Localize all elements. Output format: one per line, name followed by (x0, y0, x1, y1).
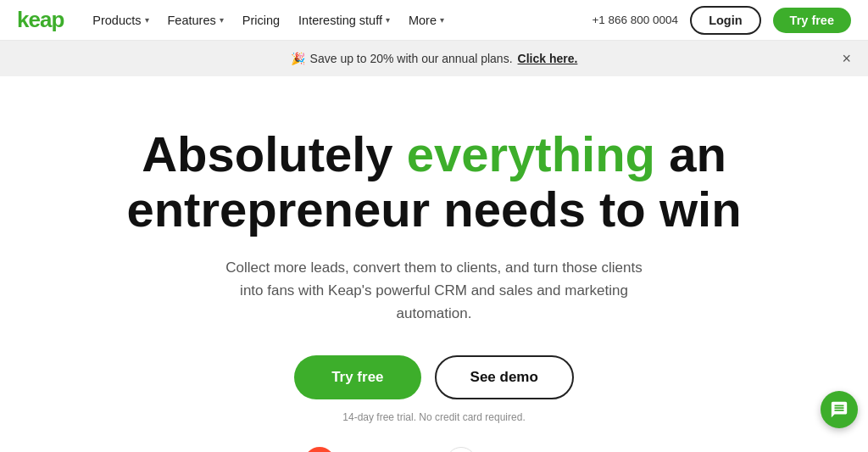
see-demo-button[interactable]: See demo (435, 355, 574, 399)
nav-interesting-stuff[interactable]: Interesting stuff ▾ (290, 0, 398, 41)
google-rating: ★ ★ ★ ★ ⯨ (446, 447, 564, 452)
navbar-right: +1 866 800 0004 Login Try free (592, 6, 851, 35)
hero-subtitle: Collect more leads, convert them to clie… (222, 256, 646, 326)
hero-title: Absolutely everything an entrepreneur ne… (112, 127, 756, 237)
banner-emoji: 🎉 (291, 52, 305, 65)
nav-more[interactable]: More ▾ (400, 0, 453, 41)
ratings-row: G2 ★ ★ ★ ★ ⯨ (304, 447, 564, 452)
navbar: keap Products ▾ Features ▾ Pricing Inter… (0, 0, 868, 41)
nav-features[interactable]: Features ▾ (159, 0, 232, 41)
banner-close-button[interactable]: × (842, 51, 851, 66)
banner-text: Save up to 20% with our annual plans. (310, 52, 513, 65)
chevron-down-icon: ▾ (386, 15, 390, 25)
chevron-down-icon: ▾ (145, 15, 149, 25)
chevron-down-icon: ▾ (220, 15, 224, 25)
nav-pricing[interactable]: Pricing (234, 0, 288, 41)
g2-rating: G2 ★ ★ ★ ★ ⯨ (304, 447, 422, 452)
try-free-hero-button[interactable]: Try free (294, 355, 420, 399)
keap-logo[interactable]: keap (17, 7, 64, 33)
google-badge (446, 447, 476, 452)
promo-banner: 🎉 Save up to 20% with our annual plans. … (0, 41, 868, 76)
login-button[interactable]: Login (690, 6, 760, 35)
banner-link[interactable]: Click here. (518, 52, 578, 65)
chevron-down-icon: ▾ (440, 15, 444, 25)
g2-badge: G2 (304, 447, 335, 452)
banner-content: 🎉 Save up to 20% with our annual plans. … (291, 52, 578, 65)
chat-button[interactable] (821, 391, 858, 428)
nav-links: Products ▾ Features ▾ Pricing Interestin… (84, 0, 592, 41)
hero-cta-buttons: Try free See demo (294, 355, 574, 399)
hero-section: Absolutely everything an entrepreneur ne… (0, 76, 868, 452)
chat-icon (830, 400, 849, 419)
trial-disclaimer: 14-day free trial. No credit card requir… (342, 411, 525, 423)
nav-products[interactable]: Products ▾ (84, 0, 157, 41)
phone-number: +1 866 800 0004 (592, 14, 678, 26)
try-free-nav-button[interactable]: Try free (773, 8, 851, 33)
